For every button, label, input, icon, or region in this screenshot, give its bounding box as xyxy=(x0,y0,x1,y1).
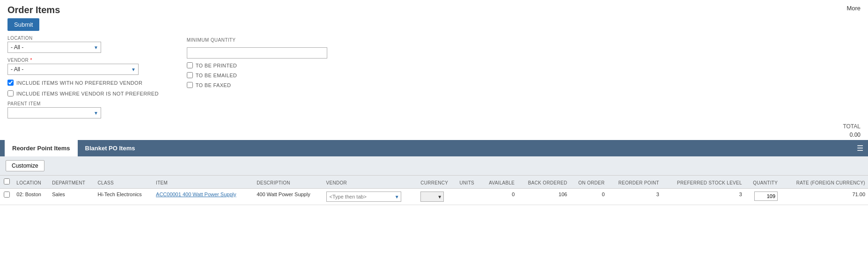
col-department: DEPARTMENT xyxy=(49,176,95,189)
submit-button[interactable]: Submit xyxy=(7,18,39,31)
tabs-icon: ☰ xyxy=(857,144,863,153)
tabs-bar: Reorder Point Items Blanket PO Items ☰ xyxy=(0,140,868,156)
to-be-printed-checkbox[interactable] xyxy=(187,62,193,68)
to-be-faxed-label: TO BE FAXED xyxy=(196,82,231,88)
row-on-order: 0 xyxy=(570,189,607,205)
to-be-emailed-label: TO BE EMAILED xyxy=(196,73,237,78)
row-class: Hi-Tech Electronics xyxy=(95,189,153,205)
include-not-preferred-label: INCLUDE ITEMS WHERE VENDOR IS NOT PREFER… xyxy=(16,91,159,96)
row-preferred-stock: 3 xyxy=(662,189,745,205)
row-description: 400 Watt Power Supply xyxy=(254,189,323,205)
customize-bar: Customize xyxy=(0,156,868,176)
row-location: 02: Boston xyxy=(14,189,49,205)
col-on-order: ON ORDER xyxy=(570,176,607,189)
row-quantity[interactable] xyxy=(745,189,780,205)
parent-item-select[interactable] xyxy=(7,107,101,118)
col-location: LOCATION xyxy=(14,176,49,189)
customize-button[interactable]: Customize xyxy=(6,160,44,171)
col-currency: CURRENCY xyxy=(418,176,456,189)
row-department: Sales xyxy=(49,189,95,205)
row-vendor[interactable]: ▼ xyxy=(324,189,418,205)
row-available: 0 xyxy=(481,189,518,205)
col-reorder-point: REORDER POINT xyxy=(608,176,662,189)
row-back-ordered: 106 xyxy=(517,189,570,205)
table-row: 02: Boston Sales Hi-Tech Electronics ACC… xyxy=(0,189,868,205)
col-class: CLASS xyxy=(95,176,153,189)
row-units xyxy=(457,189,481,205)
col-description: DESCRIPTION xyxy=(254,176,323,189)
total-amount: 0.00 xyxy=(0,132,868,138)
row-rate: 71.00 xyxy=(780,189,868,205)
col-available: AVAILABLE xyxy=(481,176,518,189)
col-vendor: VENDOR xyxy=(324,176,418,189)
col-quantity: QUANTITY xyxy=(745,176,780,189)
items-table: LOCATION DEPARTMENT CLASS ITEM DESCRIPTI… xyxy=(0,176,868,205)
quantity-input[interactable] xyxy=(754,192,778,201)
col-units: UNITS xyxy=(457,176,481,189)
total-label: TOTAL xyxy=(0,123,868,132)
include-no-preferred-label: INCLUDE ITEMS WITH NO PREFERRED VENDOR xyxy=(16,80,142,86)
location-label: LOCATION xyxy=(7,36,159,41)
parent-item-label: PARENT ITEM xyxy=(7,101,159,106)
col-rate: RATE (FOREIGN CURRENCY) xyxy=(780,176,868,189)
col-preferred-stock: PREFERRED STOCK LEVEL xyxy=(662,176,745,189)
vendor-select[interactable]: - All - xyxy=(7,64,139,75)
more-link[interactable]: More xyxy=(846,5,861,12)
to-be-faxed-checkbox[interactable] xyxy=(187,82,193,88)
row-item[interactable]: ACC00001 400 Watt Power Supply xyxy=(153,189,254,205)
include-no-preferred-checkbox[interactable] xyxy=(7,80,14,86)
vendor-input[interactable] xyxy=(326,192,401,202)
currency-select[interactable] xyxy=(420,192,444,202)
row-reorder-point: 3 xyxy=(608,189,662,205)
page-title: Order Items xyxy=(7,5,60,15)
to-be-emailed-checkbox[interactable] xyxy=(187,72,193,78)
include-not-preferred-checkbox[interactable] xyxy=(7,90,14,96)
row-checkbox[interactable] xyxy=(4,192,10,198)
min-qty-label: MINIMUM QUANTITY xyxy=(187,37,327,43)
row-currency[interactable]: ▼ xyxy=(418,189,456,205)
location-select[interactable]: - All - xyxy=(7,42,101,53)
select-all-checkbox[interactable] xyxy=(4,178,10,184)
vendor-required-star: * xyxy=(30,58,32,63)
items-table-wrapper: LOCATION DEPARTMENT CLASS ITEM DESCRIPTI… xyxy=(0,176,868,205)
col-item: ITEM xyxy=(153,176,254,189)
vendor-label: VENDOR * xyxy=(7,58,159,63)
to-be-printed-label: TO BE PRINTED xyxy=(196,63,237,68)
tab-reorder-point[interactable]: Reorder Point Items xyxy=(5,140,78,156)
min-qty-input[interactable] xyxy=(187,47,327,59)
col-back-ordered: BACK ORDERED xyxy=(517,176,570,189)
tab-blanket-po[interactable]: Blanket PO Items xyxy=(78,140,143,156)
